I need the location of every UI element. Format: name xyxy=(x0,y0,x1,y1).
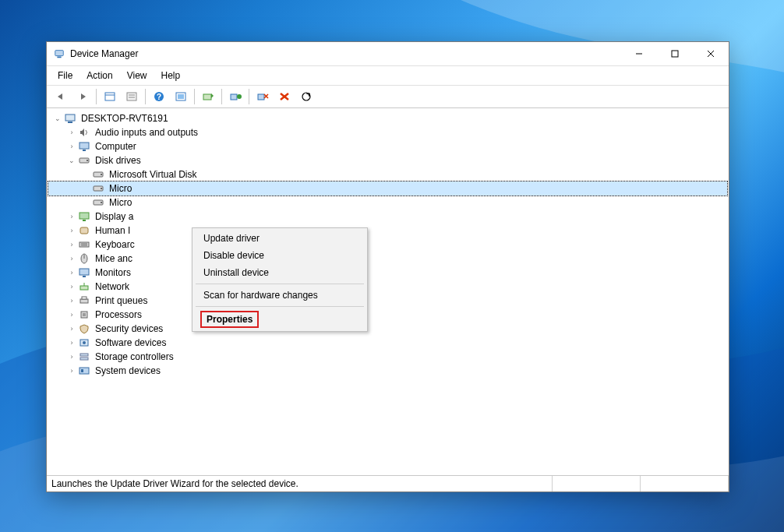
tree-item[interactable]: › Display a xyxy=(48,210,727,224)
status-bar: Launches the Update Driver Wizard for th… xyxy=(47,475,729,491)
tree-item-label: Monitors xyxy=(94,267,132,278)
status-cell xyxy=(553,476,641,491)
tree-item[interactable]: › Security devices xyxy=(48,322,727,336)
disk-icon xyxy=(92,182,104,195)
printer-icon xyxy=(78,294,90,307)
minimize-button[interactable] xyxy=(621,42,657,65)
close-button[interactable] xyxy=(693,42,729,65)
tree-item[interactable]: › Processors xyxy=(48,308,727,322)
tree-item-selected[interactable]: · Micro xyxy=(48,181,727,196)
menu-file[interactable]: File xyxy=(51,68,79,83)
menu-action[interactable]: Action xyxy=(80,68,118,83)
tree-item-label: Security devices xyxy=(94,323,164,334)
svg-rect-23 xyxy=(68,122,72,123)
device-tree[interactable]: ⌄ DESKTOP-RVT6191 › Audio inputs and out… xyxy=(47,108,729,475)
chevron-down-icon[interactable]: ⌄ xyxy=(51,115,64,122)
tree-item[interactable]: › Keyboarc xyxy=(48,238,727,252)
svg-rect-1 xyxy=(57,57,61,58)
svg-rect-6 xyxy=(105,93,115,100)
ctx-update-driver[interactable]: Update driver xyxy=(194,230,366,247)
computer-icon xyxy=(78,140,90,153)
chevron-right-icon[interactable]: › xyxy=(65,269,78,277)
chevron-right-icon[interactable]: › xyxy=(65,143,78,150)
tree-item-label: Mice anc xyxy=(94,253,134,264)
disk-icon xyxy=(78,154,90,167)
tree-item[interactable]: › Computer xyxy=(48,139,727,153)
svg-rect-0 xyxy=(55,51,64,56)
ctx-scan-hardware[interactable]: Scan for hardware changes xyxy=(194,287,366,304)
tree-item[interactable]: › Network xyxy=(48,280,727,294)
svg-rect-44 xyxy=(80,286,88,290)
uninstall-device-button[interactable] xyxy=(274,87,295,106)
software-icon xyxy=(78,336,90,349)
chevron-right-icon[interactable]: › xyxy=(65,353,78,361)
tree-item[interactable]: › Human I xyxy=(48,224,727,238)
show-hidden-button[interactable] xyxy=(100,87,120,106)
ctx-properties[interactable]: Properties xyxy=(200,311,259,328)
svg-rect-34 xyxy=(79,213,89,219)
tree-item[interactable]: › Monitors xyxy=(48,266,727,280)
chevron-right-icon[interactable]: › xyxy=(65,129,78,136)
chevron-right-icon[interactable]: › xyxy=(65,339,78,347)
ctx-separator xyxy=(196,284,364,284)
enable-device-button[interactable] xyxy=(225,87,245,106)
svg-rect-25 xyxy=(83,150,86,151)
chevron-down-icon[interactable]: ⌄ xyxy=(65,157,78,164)
chevron-right-icon[interactable]: › xyxy=(65,283,78,291)
chevron-right-icon[interactable]: › xyxy=(65,311,78,319)
tree-item[interactable]: › Storage controllers xyxy=(48,350,727,364)
tree-item-label: Keyboarc xyxy=(94,239,136,250)
disable-device-button[interactable] xyxy=(253,87,273,106)
maximize-button[interactable] xyxy=(657,42,693,65)
title-bar[interactable]: Device Manager xyxy=(47,42,729,66)
disk-icon xyxy=(92,196,104,209)
menu-help[interactable]: Help xyxy=(155,68,187,83)
chevron-right-icon[interactable]: › xyxy=(65,227,78,234)
properties-button[interactable] xyxy=(122,87,142,106)
ctx-disable-device[interactable]: Disable device xyxy=(194,247,366,264)
chevron-right-icon[interactable]: › xyxy=(65,255,78,262)
tree-item[interactable]: · Micro xyxy=(48,196,727,210)
svg-rect-37 xyxy=(79,242,89,247)
ctx-uninstall-device[interactable]: Uninstall device xyxy=(194,264,366,281)
svg-rect-43 xyxy=(83,276,86,277)
help-button[interactable]: ? xyxy=(149,87,169,106)
tree-item-label: Computer xyxy=(94,141,138,152)
chevron-right-icon[interactable]: › xyxy=(65,367,78,375)
tree-item[interactable]: › Audio inputs and outputs xyxy=(48,125,727,139)
tree-item[interactable]: · Microsoft Virtual Disk xyxy=(48,167,727,181)
svg-point-17 xyxy=(237,94,242,99)
tree-item-label: Microsoft Virtual Disk xyxy=(108,169,198,180)
svg-rect-55 xyxy=(81,369,83,372)
refresh-button[interactable] xyxy=(171,87,191,106)
update-driver-button[interactable] xyxy=(198,87,218,106)
forward-button[interactable] xyxy=(72,87,93,106)
cpu-icon xyxy=(78,308,90,321)
svg-rect-35 xyxy=(83,220,86,221)
back-button[interactable] xyxy=(51,87,71,106)
svg-rect-53 xyxy=(80,358,88,360)
tree-item-label: Processors xyxy=(94,309,143,320)
tree-item[interactable]: › Mice anc xyxy=(48,252,727,266)
svg-point-29 xyxy=(101,174,102,175)
chevron-right-icon[interactable]: › xyxy=(65,297,78,305)
tree-item-label: Micro xyxy=(108,197,133,208)
scan-hardware-button[interactable] xyxy=(296,87,316,106)
chevron-right-icon[interactable]: › xyxy=(65,213,78,220)
tree-item[interactable]: › Print queues xyxy=(48,294,727,308)
tree-item-disk-drives[interactable]: ⌄ Disk drives xyxy=(48,153,727,167)
svg-rect-42 xyxy=(79,269,89,275)
status-text: Launches the Update Driver Wizard for th… xyxy=(47,476,553,491)
tree-item-label: Software devices xyxy=(94,337,168,348)
svg-rect-16 xyxy=(231,94,237,100)
tree-item[interactable]: › System devices xyxy=(48,364,727,378)
chevron-right-icon[interactable]: › xyxy=(65,325,78,333)
tree-root[interactable]: ⌄ DESKTOP-RVT6191 xyxy=(48,111,727,125)
tree-item-label: Display a xyxy=(94,211,135,222)
tree-item[interactable]: › Software devices xyxy=(48,336,727,350)
chevron-right-icon[interactable]: › xyxy=(65,241,78,248)
menu-view[interactable]: View xyxy=(121,68,154,83)
svg-point-31 xyxy=(101,188,102,189)
toolbar: ? xyxy=(47,86,729,108)
tree-item-label: Print queues xyxy=(94,295,149,306)
